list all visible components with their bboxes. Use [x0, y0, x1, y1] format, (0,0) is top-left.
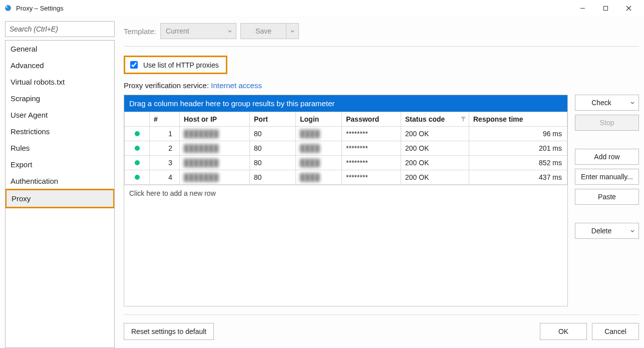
cell-host[interactable]: ███████: [180, 127, 250, 141]
titlebar: Proxy – Settings: [0, 0, 644, 16]
window-controls: [571, 1, 640, 16]
cell-password[interactable]: ********: [342, 127, 401, 141]
add-row-hint[interactable]: Click here to add a new row: [124, 185, 567, 201]
sidebar: Search (Ctrl+E) GeneralAdvancedVirtual r…: [5, 21, 115, 348]
ok-button[interactable]: OK: [540, 323, 587, 340]
window-title: Proxy – Settings: [16, 5, 571, 12]
sidebar-item-scraping[interactable]: Scraping: [6, 90, 114, 107]
sidebar-item-rules[interactable]: Rules: [6, 140, 114, 156]
chevron-down-icon: [630, 227, 634, 235]
cell-password[interactable]: ********: [342, 170, 401, 185]
cell-response-time: 96 ms: [469, 127, 567, 141]
stop-button: Stop: [575, 115, 639, 131]
col-login[interactable]: Login: [296, 112, 342, 127]
proxy-table: # Host or IP Port Login Password Status …: [124, 112, 567, 185]
cell-port[interactable]: 80: [250, 170, 296, 185]
delete-label: Delete: [591, 227, 611, 235]
verify-link[interactable]: Internet access: [211, 81, 262, 90]
template-value: Current: [166, 27, 189, 35]
chevron-down-icon: [630, 99, 634, 107]
add-row-button[interactable]: Add row: [575, 149, 639, 165]
status-dot-icon: [135, 146, 140, 151]
use-proxy-list-checkbox[interactable]: Use list of HTTP proxies: [124, 56, 227, 74]
paste-button[interactable]: Paste: [575, 189, 639, 205]
table-row[interactable]: 3███████80████********200 OK852 ms: [125, 156, 567, 170]
ok-label: OK: [558, 327, 568, 335]
status-dot-icon: [135, 131, 140, 136]
status-dot-icon: [135, 160, 140, 165]
svg-point-0: [5, 5, 11, 11]
side-buttons: Check Stop Add row Enter manually... Pas…: [575, 95, 639, 306]
col-port[interactable]: Port: [250, 112, 296, 127]
col-password[interactable]: Password: [342, 112, 401, 127]
main-panel: Template: Current Save Use list of HTTP …: [124, 21, 639, 348]
table-row[interactable]: 1███████80████********200 OK96 ms: [125, 127, 567, 141]
cell-host[interactable]: ███████: [180, 170, 250, 185]
cell-password[interactable]: ********: [342, 141, 401, 156]
check-label: Check: [591, 99, 611, 107]
body: Search (Ctrl+E) GeneralAdvancedVirtual r…: [0, 16, 644, 348]
chevron-down-icon: [228, 27, 232, 35]
sidebar-item-proxy[interactable]: Proxy: [5, 189, 115, 208]
delete-button[interactable]: Delete: [575, 223, 639, 239]
minimize-button[interactable]: [571, 1, 594, 16]
reset-button[interactable]: Reset settings to default: [124, 323, 214, 340]
sidebar-item-export[interactable]: Export: [6, 156, 114, 173]
cell-number: 4: [150, 170, 180, 185]
cell-host[interactable]: ███████: [180, 156, 250, 170]
app-icon: [4, 4, 12, 12]
col-response-time[interactable]: Response time: [469, 112, 567, 127]
sidebar-item-user-agent[interactable]: User Agent: [6, 107, 114, 123]
maximize-button[interactable]: [594, 1, 617, 16]
table-row[interactable]: 4███████80████********200 OK437 ms: [125, 170, 567, 185]
grid-empty-area: [124, 201, 567, 306]
template-dropdown[interactable]: Current: [160, 23, 236, 39]
chevron-down-icon: [290, 27, 294, 35]
group-by-bar[interactable]: Drag a column header here to group resul…: [124, 95, 567, 112]
enter-manually-button[interactable]: Enter manually...: [575, 169, 639, 185]
add-row-label: Add row: [594, 153, 619, 161]
paste-label: Paste: [598, 193, 616, 201]
filter-icon[interactable]: [461, 115, 466, 123]
cell-login[interactable]: ████: [296, 156, 342, 170]
col-status-code[interactable]: Status code: [401, 112, 469, 127]
cell-host[interactable]: ███████: [180, 141, 250, 156]
check-button[interactable]: Check: [575, 95, 639, 111]
col-status-dot[interactable]: [125, 112, 150, 127]
sidebar-item-restrictions[interactable]: Restrictions: [6, 123, 114, 140]
search-input[interactable]: Search (Ctrl+E): [5, 21, 115, 37]
cell-response-time: 201 ms: [469, 141, 567, 156]
cell-login[interactable]: ████: [296, 141, 342, 156]
close-button[interactable]: [617, 1, 640, 16]
cell-response-time: 852 ms: [469, 156, 567, 170]
table-row[interactable]: 2███████80████********200 OK201 ms: [125, 141, 567, 156]
search-placeholder: Search (Ctrl+E): [10, 25, 58, 33]
sidebar-item-authentication[interactable]: Authentication: [6, 173, 114, 189]
table-header-row: # Host or IP Port Login Password Status …: [125, 112, 567, 127]
cell-response-time: 437 ms: [469, 170, 567, 185]
cell-login[interactable]: ████: [296, 127, 342, 141]
sidebar-item-general[interactable]: General: [6, 41, 114, 57]
use-proxy-list-input[interactable]: [130, 61, 138, 69]
cell-password[interactable]: ********: [342, 156, 401, 170]
save-label: Save: [255, 27, 271, 35]
sidebar-item-advanced[interactable]: Advanced: [6, 57, 114, 74]
sidebar-item-virtual-robots-txt[interactable]: Virtual robots.txt: [6, 74, 114, 90]
stop-label: Stop: [600, 119, 614, 127]
template-row: Template: Current Save: [124, 21, 639, 47]
enter-manually-label: Enter manually...: [581, 173, 633, 181]
cell-status: 200 OK: [401, 156, 469, 170]
cell-login[interactable]: ████: [296, 170, 342, 185]
svg-rect-3: [603, 6, 607, 10]
cancel-button[interactable]: Cancel: [592, 323, 639, 340]
save-dropdown-button[interactable]: [286, 23, 299, 39]
cell-number: 2: [150, 141, 180, 156]
cell-number: 1: [150, 127, 180, 141]
save-button[interactable]: Save: [240, 23, 286, 39]
cell-port[interactable]: 80: [250, 156, 296, 170]
col-host[interactable]: Host or IP: [180, 112, 250, 127]
verify-row: Proxy verification service: Internet acc…: [124, 81, 639, 90]
cell-port[interactable]: 80: [250, 127, 296, 141]
cell-port[interactable]: 80: [250, 141, 296, 156]
col-number[interactable]: #: [150, 112, 180, 127]
